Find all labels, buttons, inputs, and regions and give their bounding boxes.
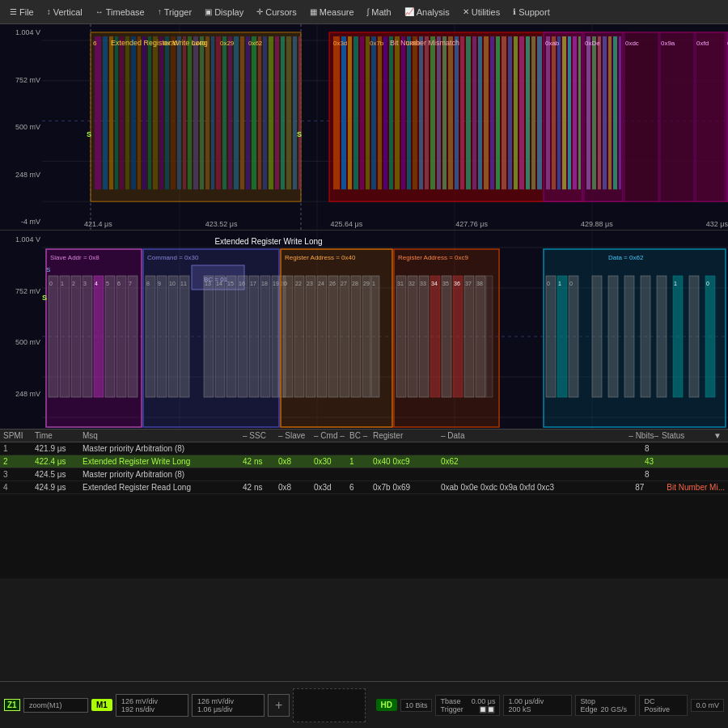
y-label-4: 248 mV	[2, 171, 40, 179]
svg-rect-90	[573, 36, 577, 189]
stop-label: Stop	[580, 697, 631, 705]
row4-cmd: 0x3d	[314, 483, 346, 492]
svg-rect-185	[294, 276, 304, 397]
svg-rect-64	[425, 36, 429, 189]
time-label-5: 429.88 μs	[581, 220, 613, 228]
table-row[interactable]: 1 421.9 μs Master priority Arbitration (…	[0, 442, 728, 455]
svg-rect-32	[211, 36, 214, 189]
svg-rect-21	[148, 36, 151, 189]
menu-vertical[interactable]: ↕ Vertical	[41, 5, 88, 19]
table-row[interactable]: 3 424.5 μs Master priority Arbitration (…	[0, 468, 728, 481]
th-bc: BC –	[349, 431, 370, 440]
menu-analysis[interactable]: 📈 Analysis	[399, 5, 455, 19]
row1-id: 1	[3, 444, 32, 453]
svg-text:8: 8	[146, 281, 150, 286]
menu-measure[interactable]: ▦ Measure	[304, 5, 360, 19]
bits-label: 10 Bits	[400, 699, 433, 712]
svg-text:0: 0	[284, 281, 287, 286]
svg-rect-66	[437, 36, 441, 189]
th-arrow: ▼	[713, 431, 725, 440]
menu-support[interactable]: ℹ Support	[507, 5, 556, 19]
svg-text:24: 24	[318, 281, 324, 286]
svg-rect-13	[103, 36, 108, 189]
lower-y-axis: 1.004 V 752 mV 500 mV 248 mV -4 mV	[0, 231, 42, 453]
svg-rect-205	[408, 276, 417, 397]
th-empty	[215, 431, 239, 440]
trigger-voltage-val: 0.0 mV	[696, 701, 719, 709]
th-msq: Msq	[83, 431, 212, 440]
th-register: Register	[373, 431, 438, 440]
menu-utilities[interactable]: ✕ Utilities	[457, 5, 506, 19]
row2-ssc: 42 ns	[243, 457, 275, 466]
th-slave: – Slave	[278, 431, 311, 440]
svg-rect-60	[401, 36, 405, 189]
menu-cursors[interactable]: ✛ Cursors	[251, 5, 303, 19]
svg-rect-14	[109, 36, 113, 189]
channel-text: M1	[96, 700, 108, 709]
menu-timebase[interactable]: ↔ Timebase	[90, 5, 150, 19]
svg-rect-61	[407, 36, 411, 189]
svg-text:0x30: 0x30	[163, 40, 178, 47]
menubar: ☰ File ↕ Vertical ↔ Timebase ↑ Trigger ▣…	[0, 0, 728, 24]
svg-rect-219	[486, 276, 493, 397]
svg-rect-39	[252, 36, 256, 189]
svg-text:0x3d: 0x3d	[333, 40, 347, 47]
time-label-2: 423.52 μs	[205, 220, 238, 228]
svg-rect-151	[128, 276, 138, 397]
div-settings: 126 mV/div 192 ns/div	[116, 694, 188, 717]
svg-rect-23	[159, 36, 163, 189]
channel-label: M1	[91, 699, 112, 711]
svg-rect-175	[260, 276, 270, 397]
menu-math[interactable]: ∫ Math	[362, 5, 397, 19]
svg-text:S: S	[46, 266, 50, 273]
svg-rect-30	[200, 36, 204, 189]
svg-rect-16	[120, 36, 124, 189]
svg-rect-139	[60, 276, 70, 397]
menu-display[interactable]: ▣ Display	[199, 5, 249, 19]
svg-text:31: 31	[397, 281, 404, 286]
svg-rect-31	[205, 36, 210, 189]
svg-text:38: 38	[476, 281, 483, 286]
svg-text:13: 13	[205, 281, 211, 286]
upper-y-axis: 1.004 V 752 mV 500 mV 248 mV -4 mV	[0, 24, 42, 230]
tbase-info: Tbase 0.00 μs Trigger 🔲🔲	[435, 695, 500, 716]
row4-time: 424.9 μs	[35, 483, 79, 492]
svg-text:1: 1	[674, 281, 677, 286]
svg-text:0xdc: 0xdc	[625, 40, 639, 47]
lower-waveform[interactable]: Extended Register Write Long Slave Addr …	[42, 231, 728, 453]
svg-rect-189	[317, 276, 327, 397]
svg-text:14: 14	[216, 281, 222, 286]
menu-file[interactable]: ☰ File	[4, 5, 40, 19]
svg-rect-68	[448, 36, 453, 189]
upper-waveform[interactable]: Extended Register Write Long Bit Number …	[42, 24, 728, 230]
add-channel-button[interactable]: +	[268, 694, 290, 717]
sample-rate-1: 1.00 μs/div	[508, 697, 567, 705]
svg-rect-191	[328, 276, 338, 397]
svg-text:6: 6	[93, 40, 97, 47]
row3-id: 3	[3, 470, 32, 479]
row2-id: 2	[3, 457, 32, 466]
menu-trigger[interactable]: ↑ Trigger	[152, 5, 197, 19]
svg-rect-94	[592, 36, 596, 189]
svg-text:Command = 0x30: Command = 0x30	[147, 254, 199, 261]
svg-rect-145	[94, 276, 104, 397]
table-row[interactable]: 4 424.9 μs Extended Register Read Long 4…	[0, 481, 728, 494]
svg-rect-171	[238, 276, 248, 397]
svg-rect-45	[286, 36, 291, 189]
svg-rect-93	[586, 36, 590, 189]
svg-rect-28	[188, 36, 192, 189]
svg-rect-27	[183, 36, 186, 189]
svg-rect-211	[442, 276, 451, 397]
svg-rect-49	[333, 36, 340, 189]
table-row[interactable]: 2 422.4 μs Extended Register Write Long …	[0, 455, 728, 468]
svg-rect-137	[49, 276, 58, 397]
th-nbits: – Nbits–	[629, 431, 658, 440]
row2-cmd: 0x30	[314, 457, 346, 466]
th-cmd: – Cmd –	[314, 431, 346, 440]
svg-rect-46	[293, 36, 297, 189]
row2-data: 0x62	[441, 457, 506, 466]
svg-text:37: 37	[465, 281, 472, 286]
svg-text:0x29: 0x29	[220, 40, 235, 47]
svg-rect-54	[366, 36, 370, 189]
svg-rect-58	[389, 36, 393, 189]
